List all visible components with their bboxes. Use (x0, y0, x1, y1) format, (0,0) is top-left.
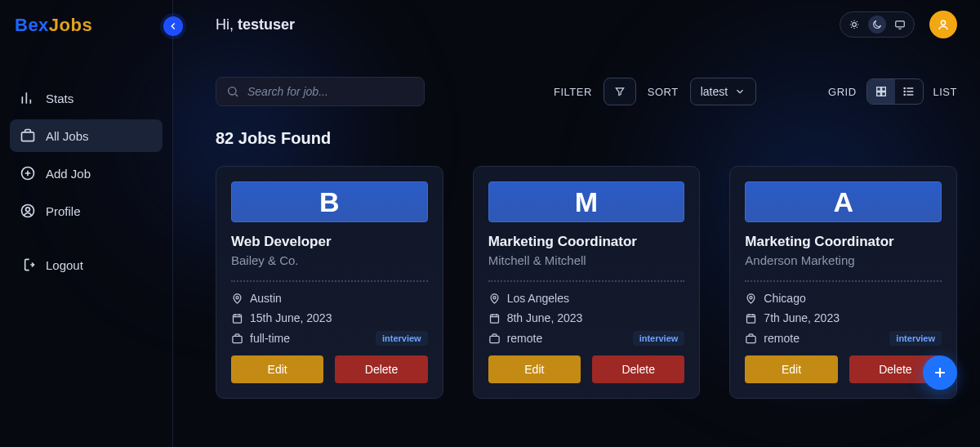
job-title: Marketing Coordinator (488, 234, 685, 250)
logo-part1: Bex (15, 15, 49, 35)
job-company: Bailey & Co. (231, 253, 428, 267)
logo-part2: Jobs (49, 15, 92, 35)
briefcase-icon (488, 333, 501, 345)
svg-rect-8 (876, 87, 880, 92)
sidebar-item-all-jobs[interactable]: All Jobs (10, 119, 163, 152)
view-toggle (866, 78, 924, 105)
status-badge: interview (633, 331, 685, 346)
job-cards: B Web Developer Bailey & Co. Austin 15th… (173, 148, 980, 399)
divider (231, 280, 428, 282)
sidebar-item-logout[interactable]: Logout (10, 248, 163, 281)
job-type: full-time (250, 332, 290, 345)
sidebar-item-add-job[interactable]: Add Job (10, 157, 163, 190)
svg-rect-10 (876, 92, 880, 96)
search-icon (226, 85, 239, 98)
sidebar-item-label: Stats (46, 92, 74, 105)
sidebar-item-label: All Jobs (46, 129, 89, 143)
map-pin-icon (488, 293, 501, 305)
edit-button[interactable]: Edit (745, 355, 837, 383)
user-icon (936, 17, 951, 32)
sidebar-item-label: Logout (46, 258, 83, 272)
svg-rect-23 (746, 336, 755, 342)
sidebar-nav: Stats All Jobs Add Job Profile Logout (0, 54, 172, 286)
view-list-button[interactable] (895, 79, 923, 104)
svg-point-4 (853, 23, 857, 27)
add-job-fab[interactable] (923, 355, 957, 390)
controls-row: Search for job... FILTER SORT latest GRI… (173, 49, 980, 106)
edit-button[interactable]: Edit (488, 355, 581, 383)
job-date: 8th June, 2023 (507, 311, 583, 324)
job-card: M Marketing Coordinator Mitchell & Mitch… (473, 166, 701, 399)
svg-rect-20 (490, 336, 499, 342)
job-letter: A (745, 181, 942, 222)
view-grid-button[interactable] (867, 79, 895, 104)
svg-rect-16 (234, 315, 242, 323)
bar-chart-icon (20, 90, 36, 106)
theme-dark-button[interactable] (868, 16, 886, 34)
job-date: 7th June, 2023 (764, 311, 840, 324)
job-type: remote (507, 332, 543, 345)
calendar-icon (231, 312, 243, 324)
map-pin-icon (745, 293, 757, 305)
svg-point-7 (229, 87, 236, 95)
results-count: 82 Jobs Found (173, 106, 980, 148)
svg-rect-5 (896, 21, 905, 27)
list-icon (902, 85, 915, 98)
search-input[interactable]: Search for job... (216, 77, 425, 106)
greeting-username: testuser (238, 16, 295, 33)
filter-button[interactable] (604, 78, 636, 105)
job-title: Web Developer (231, 234, 428, 250)
delete-button[interactable]: Delete (592, 355, 684, 383)
job-location: Los Angeles (507, 292, 569, 305)
job-company: Anderson Marketing (745, 253, 942, 267)
svg-point-13 (904, 91, 905, 92)
job-letter: B (231, 181, 428, 222)
svg-rect-9 (881, 87, 885, 92)
app-logo: BexJobs (0, 0, 172, 54)
main: Hi, testuser Search for job... FILTER SO… (173, 0, 980, 447)
svg-point-3 (26, 208, 30, 212)
divider (745, 280, 942, 282)
sidebar-item-stats[interactable]: Stats (10, 82, 163, 114)
edit-button[interactable]: Edit (231, 355, 323, 383)
job-card: B Web Developer Bailey & Co. Austin 15th… (216, 166, 443, 399)
sun-icon (849, 19, 860, 30)
divider (488, 280, 685, 282)
search-placeholder: Search for job... (247, 85, 328, 98)
theme-system-button[interactable] (891, 16, 909, 34)
sidebar-item-profile[interactable]: Profile (10, 194, 163, 227)
theme-light-button[interactable] (845, 16, 863, 34)
delete-button[interactable]: Delete (335, 355, 427, 383)
briefcase-icon (745, 333, 757, 345)
sidebar: BexJobs Stats All Jobs Add Job Profile L… (0, 0, 173, 447)
sort-select[interactable]: latest (690, 78, 756, 105)
grid-icon (875, 85, 888, 98)
svg-point-14 (904, 94, 905, 95)
logout-icon (20, 257, 36, 273)
svg-point-6 (941, 20, 945, 25)
job-date: 15th June, 2023 (250, 311, 332, 324)
greeting-prefix: Hi, (216, 16, 238, 33)
grid-label: GRID (828, 86, 857, 98)
sort-value: latest (701, 85, 728, 98)
briefcase-icon (20, 127, 36, 144)
plus-icon (932, 364, 948, 381)
greeting: Hi, testuser (216, 16, 295, 34)
plus-circle-icon (20, 165, 36, 181)
svg-rect-19 (490, 315, 498, 323)
sidebar-item-label: Add Job (46, 167, 91, 181)
user-circle-icon (20, 203, 36, 219)
svg-point-18 (493, 296, 496, 298)
job-location: Austin (250, 292, 282, 305)
svg-point-15 (236, 296, 238, 298)
user-avatar[interactable] (929, 11, 957, 38)
briefcase-icon (231, 333, 243, 345)
job-company: Mitchell & Mitchell (488, 253, 685, 267)
svg-rect-17 (233, 336, 242, 342)
svg-rect-0 (22, 132, 34, 141)
job-card: A Marketing Coordinator Anderson Marketi… (729, 166, 957, 399)
sort-label: SORT (648, 86, 679, 98)
calendar-icon (488, 312, 501, 324)
filter-label: FILTER (554, 86, 592, 98)
chevron-down-icon (734, 86, 746, 97)
